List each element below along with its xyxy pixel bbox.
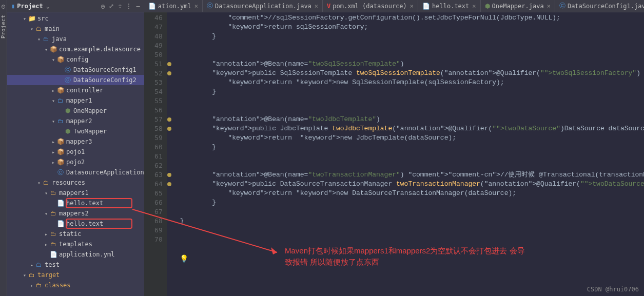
project-title[interactable]: Project (17, 3, 43, 10)
close-icon[interactable]: × (547, 3, 551, 10)
tab-onemapper-java[interactable]: ⬢OneMapper.java× (481, 0, 555, 12)
tab-pom-xml--datasource-[interactable]: Vpom.xml (datasource)× (323, 0, 418, 12)
code-line[interactable]: } (180, 143, 644, 152)
code-line[interactable]: } (180, 198, 644, 207)
tree-row-hello-text[interactable]: 📄hello.text (7, 219, 144, 229)
chevron-icon[interactable]: ▸ (29, 262, 35, 268)
tree-row-classes[interactable]: ▸🗀classes (7, 280, 144, 290)
code-line[interactable] (180, 96, 644, 106)
gutter-bean-icon[interactable] (163, 170, 176, 180)
gutter-bean-icon[interactable] (163, 180, 176, 189)
target-icon[interactable]: ◎ (2, 3, 5, 10)
tree-row-hello-text[interactable]: 📄hello.text (7, 198, 144, 208)
chevron-icon[interactable]: ▸ (43, 231, 49, 237)
lightbulb-icon[interactable]: 💡 (180, 254, 188, 263)
tree-row-target[interactable]: ▾🗀target (7, 270, 144, 280)
tree-row-application-yml[interactable]: 📄application.yml (7, 249, 144, 260)
chevron-icon[interactable]: ▸ (50, 149, 56, 155)
code-line[interactable]: "keyword">return sqlSessionFactory; (180, 23, 644, 32)
code-line[interactable] (180, 161, 644, 170)
code-line[interactable] (180, 207, 644, 216)
tree-row-main[interactable]: ▾🗀main (7, 24, 144, 34)
tree-row-mapper3[interactable]: ▸📦mapper3 (7, 136, 144, 147)
tree-row-pojo2[interactable]: ▸📦pojo2 (7, 157, 144, 167)
code-line[interactable]: "annotation">@Bean(name="twoJdbcTemplate… (180, 115, 644, 124)
expand-icon[interactable]: ⤢ (109, 3, 114, 10)
chevron-icon[interactable]: ▸ (50, 88, 56, 93)
chevron-down-icon[interactable]: ⌄ (46, 3, 50, 10)
tree-row-datasourceconfig1[interactable]: ⓒDataSourceConfig1 (7, 65, 144, 75)
code-line[interactable]: "keyword">return "keyword">new JdbcTempl… (180, 133, 644, 143)
tab-hello-text[interactable]: 📄hello.text× (418, 0, 480, 12)
chevron-icon[interactable]: ▾ (43, 211, 49, 216)
chevron-icon[interactable]: ▾ (36, 180, 42, 186)
code-line[interactable] (180, 226, 644, 235)
close-icon[interactable]: × (194, 3, 198, 10)
tree-icon: 📦 (56, 87, 65, 94)
chevron-icon[interactable]: ▾ (29, 26, 35, 32)
chevron-icon[interactable]: ▾ (22, 16, 28, 22)
code-line[interactable]: "keyword">return "keyword">new DataSourc… (180, 189, 644, 198)
code-line[interactable]: } (180, 216, 644, 226)
tree-row-pojo1[interactable]: ▸📦pojo1 (7, 147, 144, 157)
code-line[interactable]: "annotation">@Bean(name="twoTransactionM… (180, 170, 644, 180)
code-line[interactable]: "comment">//sqlSessionFactory.getConfigu… (180, 13, 644, 23)
chevron-icon[interactable]: ▸ (29, 283, 35, 288)
chevron-icon[interactable]: ▾ (22, 272, 28, 278)
chevron-icon[interactable]: ▾ (50, 98, 56, 104)
code-line[interactable]: "keyword">return "keyword">new SqlSessio… (180, 78, 644, 87)
code-line[interactable]: "keyword">public DataSourceTransactionMa… (180, 180, 644, 189)
gutter-bean-icon[interactable] (163, 69, 176, 78)
tree-row-test[interactable]: ▸🗀test (7, 260, 144, 270)
close-icon[interactable]: × (472, 3, 476, 10)
chevron-icon[interactable]: ▸ (50, 139, 56, 145)
chevron-icon[interactable]: ▸ (50, 160, 56, 165)
collapse-icon[interactable]: ÷ (118, 3, 122, 10)
code-line[interactable]: "annotation">@Bean(name="twoSqlSessionTe… (180, 60, 644, 69)
code-line[interactable]: "keyword">public JdbcTemplate twoJdbcTem… (180, 124, 644, 133)
chevron-icon[interactable]: ▾ (43, 190, 49, 196)
tree-row-mappers2[interactable]: ▾🗀mappers2 (7, 208, 144, 219)
tree-row-mappers1[interactable]: ▾🗀mappers1 (7, 188, 144, 198)
close-icon[interactable]: × (315, 3, 318, 10)
code-line[interactable] (180, 235, 644, 244)
chevron-icon[interactable]: ▾ (43, 47, 49, 52)
tree-row-onemapper[interactable]: ⬢OneMapper (7, 106, 144, 116)
tree-row-static[interactable]: ▸🗀static (7, 229, 144, 239)
tab-ation-yml[interactable]: 📄ation.yml× (144, 0, 203, 12)
tree-row-com-example-datasource[interactable]: ▾📦com.example.datasource (7, 44, 144, 54)
project-tree[interactable]: ▾📁src▾🗀main▾🗀java▾📦com.example.datasourc… (7, 12, 144, 296)
code-line[interactable]: } (180, 32, 644, 41)
gutter-bean-icon[interactable] (163, 124, 176, 133)
tree-row-datasourceapplication[interactable]: ⓒDatasourceApplication (7, 167, 144, 177)
tree-row-mapper1[interactable]: ▾🗀mapper1 (7, 95, 144, 106)
code-line[interactable]: "keyword">public SqlSessionTemplate twoS… (180, 69, 644, 78)
chevron-icon[interactable]: ▾ (36, 36, 42, 42)
tree-row-src[interactable]: ▾📁src (7, 13, 144, 24)
tree-row-resources[interactable]: ▾🗀resources (7, 177, 144, 188)
close-icon[interactable]: × (410, 3, 414, 10)
tree-row-config[interactable]: ▾📦config (7, 54, 144, 65)
code-line[interactable]: } (180, 87, 644, 96)
settings-icon[interactable]: ⋮ (126, 3, 132, 10)
tree-row-controller[interactable]: ▸📦controller (7, 85, 144, 95)
chevron-icon[interactable]: ▾ (50, 119, 56, 124)
tree-row-mapper2[interactable]: ▾🗀mapper2 (7, 116, 144, 126)
code-line[interactable] (180, 41, 644, 50)
gutter-bean-icon[interactable] (163, 115, 176, 124)
locate-icon[interactable]: ◎ (101, 3, 105, 10)
chevron-icon[interactable]: ▾ (50, 57, 56, 63)
code-line[interactable] (180, 152, 644, 161)
chevron-icon[interactable]: ▸ (43, 242, 49, 247)
code-line[interactable] (180, 106, 644, 115)
tree-row-twomapper[interactable]: ⬢TwoMapper (7, 126, 144, 136)
tree-row-java[interactable]: ▾🗀java (7, 34, 144, 44)
tree-row-datasourceconfig2[interactable]: ⓒDataSourceConfig2 (7, 75, 144, 85)
tab-datasourceconfig1-java[interactable]: ⓒDataSourceConfig1.java× (555, 0, 644, 12)
gutter-bean-icon[interactable] (163, 60, 176, 69)
code-line[interactable] (180, 50, 644, 60)
tree-row-templates[interactable]: ▸🗀templates (7, 239, 144, 249)
project-tool-label[interactable]: Project (0, 15, 7, 38)
hide-icon[interactable]: — (136, 3, 140, 10)
tab-datasourceapplication-java[interactable]: ⓒDatasourceApplication.java× (203, 0, 323, 12)
